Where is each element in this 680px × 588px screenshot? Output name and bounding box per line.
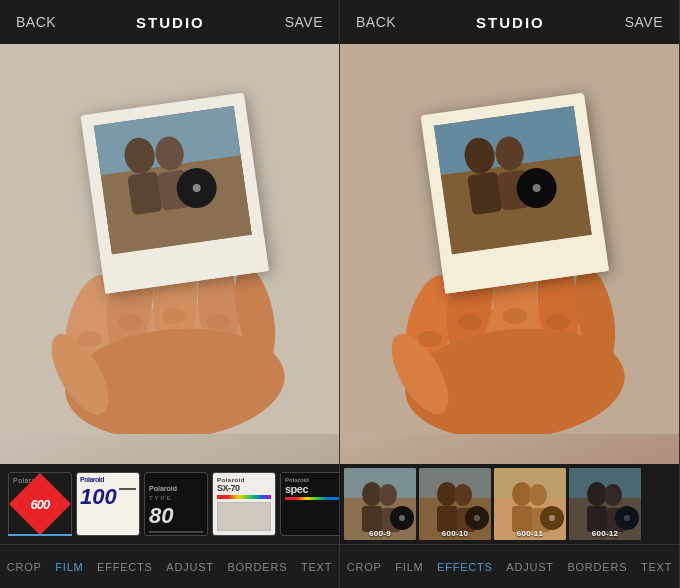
thumb-item-600-10[interactable]: 600-10 bbox=[419, 468, 491, 540]
left-back-button[interactable]: BACK bbox=[16, 14, 56, 30]
right-header: BACK STUDIO SAVE bbox=[340, 0, 679, 44]
film-80-number: 80 bbox=[149, 503, 203, 529]
thumb-600-9-label: 600-9 bbox=[344, 529, 416, 538]
film-80-card: Polaroid TYPE 80 bbox=[144, 472, 208, 536]
svg-point-57 bbox=[399, 515, 405, 521]
right-panel: BACK STUDIO SAVE bbox=[340, 0, 680, 588]
right-photo-area bbox=[340, 44, 679, 464]
svg-point-37 bbox=[546, 314, 570, 330]
right-thumb-strip: 600-9 600-10 bbox=[340, 464, 679, 544]
film-sx70-frame bbox=[217, 502, 271, 531]
film-spec-name: spec bbox=[285, 483, 339, 495]
thumb-600-10-label: 600-10 bbox=[419, 529, 491, 538]
film-sx70-card: Polaroid SX-70 bbox=[212, 472, 276, 536]
left-toolbar-effects[interactable]: EFFECTS bbox=[91, 557, 159, 577]
film-100-brand: Polaroid bbox=[80, 476, 104, 483]
film-item-600[interactable]: Polaroid 600 bbox=[8, 472, 72, 536]
left-header: BACK STUDIO SAVE bbox=[0, 0, 339, 44]
right-toolbar-crop[interactable]: CROP bbox=[341, 557, 388, 577]
left-toolbar-text[interactable]: TEXT bbox=[295, 557, 338, 577]
svg-point-10 bbox=[118, 314, 142, 330]
thumb-600-12-label: 600-12 bbox=[569, 529, 641, 538]
left-toolbar-crop[interactable]: CROP bbox=[1, 557, 48, 577]
right-toolbar-text[interactable]: TEXT bbox=[635, 557, 678, 577]
film-item-100[interactable]: Polaroid 100 bbox=[76, 472, 140, 536]
film-100-card: Polaroid 100 bbox=[76, 472, 140, 536]
svg-rect-44 bbox=[467, 171, 502, 215]
svg-point-36 bbox=[503, 308, 527, 324]
svg-point-9 bbox=[78, 331, 102, 347]
film-100-number: 100 bbox=[80, 484, 117, 510]
thumb-600-11-label: 600-11 bbox=[494, 529, 566, 538]
thumb-item-600-12[interactable]: 600-12 bbox=[569, 468, 641, 540]
thumb-item-600-9[interactable]: 600-9 bbox=[344, 468, 416, 540]
film-spec-stripe bbox=[285, 497, 339, 500]
left-scene-background bbox=[0, 44, 339, 464]
film-600-number: 600 bbox=[31, 496, 50, 511]
film-spec-card: Polaroid spec bbox=[280, 472, 339, 536]
right-back-button[interactable]: BACK bbox=[356, 14, 396, 30]
svg-point-34 bbox=[418, 331, 442, 347]
left-toolbar-adjust[interactable]: ADJUST bbox=[160, 557, 220, 577]
right-save-button[interactable]: SAVE bbox=[625, 14, 663, 30]
film-600-card: Polaroid 600 bbox=[8, 472, 72, 536]
left-toolbar-film[interactable]: FILM bbox=[49, 557, 89, 577]
left-photo-scene bbox=[0, 44, 339, 434]
film-100-frame bbox=[119, 488, 136, 490]
film-spec-container: Polaroid spec bbox=[281, 473, 339, 535]
film-sx70-name: SX-70 bbox=[217, 483, 271, 493]
right-toolbar-borders[interactable]: BORDERS bbox=[561, 557, 633, 577]
right-scene-background bbox=[340, 44, 679, 464]
film-item-sx70[interactable]: Polaroid SX-70 bbox=[212, 472, 276, 536]
svg-point-52 bbox=[362, 482, 382, 506]
right-toolbar-adjust[interactable]: ADJUST bbox=[500, 557, 560, 577]
right-toolbar-effects[interactable]: EFFECTS bbox=[431, 557, 499, 577]
right-photo-scene bbox=[340, 44, 679, 434]
left-toolbar: CROP FILM EFFECTS ADJUST BORDERS TEXT bbox=[0, 544, 339, 588]
svg-point-11 bbox=[163, 308, 187, 324]
film-item-spec[interactable]: Polaroid spec bbox=[280, 472, 339, 536]
left-film-strip: Polaroid 600 Polaroid 100 bbox=[0, 464, 339, 544]
film-item-80[interactable]: Polaroid TYPE 80 bbox=[144, 472, 208, 536]
left-toolbar-borders[interactable]: BORDERS bbox=[221, 557, 293, 577]
film-80-frame bbox=[149, 531, 203, 533]
film-80-type: TYPE bbox=[149, 495, 177, 501]
svg-point-12 bbox=[206, 314, 230, 330]
film-100-container: Polaroid 100 bbox=[77, 473, 139, 535]
right-toolbar: CROP FILM EFFECTS ADJUST BORDERS TEXT bbox=[340, 544, 679, 588]
thumb-item-600-11[interactable]: 600-11 bbox=[494, 468, 566, 540]
left-panel: BACK STUDIO SAVE bbox=[0, 0, 340, 588]
right-studio-title: STUDIO bbox=[476, 14, 545, 31]
svg-point-35 bbox=[458, 314, 482, 330]
left-studio-title: STUDIO bbox=[136, 14, 205, 31]
film-80-container: Polaroid TYPE 80 bbox=[145, 473, 207, 535]
svg-point-53 bbox=[379, 484, 397, 506]
svg-rect-20 bbox=[127, 171, 162, 215]
film-80-brand: Polaroid bbox=[149, 485, 177, 492]
film-sx70-container: Polaroid SX-70 bbox=[213, 473, 275, 535]
left-save-button[interactable]: SAVE bbox=[285, 14, 323, 30]
film-sx70-stripe bbox=[217, 495, 271, 499]
right-toolbar-film[interactable]: FILM bbox=[389, 557, 429, 577]
left-photo-area bbox=[0, 44, 339, 464]
